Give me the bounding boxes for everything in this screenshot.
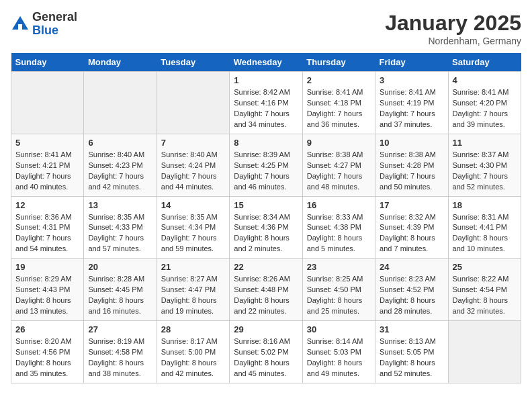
day-cell: 10Sunrise: 8:38 AMSunset: 4:28 PMDayligh… — [375, 134, 448, 196]
header-row: SundayMondayTuesdayWednesdayThursdayFrid… — [11, 53, 521, 72]
day-info: Sunrise: 8:26 AMSunset: 4:48 PMDaylight:… — [234, 274, 298, 317]
day-info: Sunrise: 8:41 AMSunset: 4:21 PMDaylight:… — [15, 150, 79, 193]
month-title: January 2025 — [385, 11, 521, 36]
day-number: 22 — [234, 262, 298, 272]
day-cell — [84, 72, 157, 134]
day-info: Sunrise: 8:33 AMSunset: 4:38 PMDaylight:… — [307, 212, 371, 255]
day-info: Sunrise: 8:40 AMSunset: 4:23 PMDaylight:… — [88, 150, 152, 193]
day-number: 27 — [88, 324, 152, 334]
day-info: Sunrise: 8:23 AMSunset: 4:52 PMDaylight:… — [380, 274, 443, 317]
day-cell — [448, 321, 521, 383]
day-number: 26 — [15, 324, 79, 334]
day-cell: 21Sunrise: 8:27 AMSunset: 4:47 PMDayligh… — [157, 259, 229, 321]
day-number: 9 — [307, 138, 371, 148]
logo-text: General Blue — [32, 11, 77, 38]
day-cell: 15Sunrise: 8:34 AMSunset: 4:36 PMDayligh… — [230, 196, 302, 259]
day-cell: 26Sunrise: 8:20 AMSunset: 4:56 PMDayligh… — [11, 321, 84, 383]
day-info: Sunrise: 8:13 AMSunset: 5:05 PMDaylight:… — [380, 336, 443, 379]
page-header: General Blue January 2025 Nordenham, Ger… — [11, 11, 521, 46]
day-info: Sunrise: 8:20 AMSunset: 4:56 PMDaylight:… — [15, 336, 79, 379]
day-info: Sunrise: 8:41 AMSunset: 4:19 PMDaylight:… — [380, 87, 443, 130]
day-number: 13 — [88, 200, 152, 210]
week-row-4: 19Sunrise: 8:29 AMSunset: 4:43 PMDayligh… — [11, 259, 521, 321]
header-cell-saturday: Saturday — [448, 53, 521, 72]
day-info: Sunrise: 8:14 AMSunset: 5:03 PMDaylight:… — [307, 336, 371, 379]
day-cell — [157, 72, 229, 134]
header-cell-sunday: Sunday — [11, 53, 84, 72]
day-cell: 3Sunrise: 8:41 AMSunset: 4:19 PMDaylight… — [375, 72, 448, 134]
day-info: Sunrise: 8:41 AMSunset: 4:18 PMDaylight:… — [307, 87, 371, 130]
day-cell: 14Sunrise: 8:35 AMSunset: 4:34 PMDayligh… — [157, 196, 229, 259]
day-cell: 16Sunrise: 8:33 AMSunset: 4:38 PMDayligh… — [302, 196, 375, 259]
day-number: 10 — [380, 138, 443, 148]
day-info: Sunrise: 8:40 AMSunset: 4:24 PMDaylight:… — [161, 150, 225, 193]
day-cell: 4Sunrise: 8:41 AMSunset: 4:20 PMDaylight… — [448, 72, 521, 134]
header-cell-monday: Monday — [84, 53, 157, 72]
day-cell: 18Sunrise: 8:31 AMSunset: 4:41 PMDayligh… — [448, 196, 521, 259]
day-number: 7 — [161, 138, 225, 148]
day-number: 24 — [380, 262, 443, 272]
day-cell: 22Sunrise: 8:26 AMSunset: 4:48 PMDayligh… — [230, 259, 302, 321]
week-row-3: 12Sunrise: 8:36 AMSunset: 4:31 PMDayligh… — [11, 196, 521, 259]
day-cell: 7Sunrise: 8:40 AMSunset: 4:24 PMDaylight… — [157, 134, 229, 196]
day-number: 30 — [307, 324, 371, 334]
calendar-body: 1Sunrise: 8:42 AMSunset: 4:16 PMDaylight… — [11, 72, 521, 383]
day-cell: 30Sunrise: 8:14 AMSunset: 5:03 PMDayligh… — [302, 321, 375, 383]
header-cell-thursday: Thursday — [302, 53, 375, 72]
day-cell: 19Sunrise: 8:29 AMSunset: 4:43 PMDayligh… — [11, 259, 84, 321]
day-cell: 9Sunrise: 8:38 AMSunset: 4:27 PMDaylight… — [302, 134, 375, 196]
day-number: 21 — [161, 262, 225, 272]
day-info: Sunrise: 8:27 AMSunset: 4:47 PMDaylight:… — [161, 274, 225, 317]
day-cell: 8Sunrise: 8:39 AMSunset: 4:25 PMDaylight… — [230, 134, 302, 196]
day-number: 1 — [234, 75, 298, 85]
day-info: Sunrise: 8:42 AMSunset: 4:16 PMDaylight:… — [234, 87, 298, 130]
week-row-1: 1Sunrise: 8:42 AMSunset: 4:16 PMDaylight… — [11, 72, 521, 134]
day-cell: 28Sunrise: 8:17 AMSunset: 5:00 PMDayligh… — [157, 321, 229, 383]
day-number: 14 — [161, 200, 225, 210]
header-cell-friday: Friday — [375, 53, 448, 72]
day-cell: 25Sunrise: 8:22 AMSunset: 4:54 PMDayligh… — [448, 259, 521, 321]
logo-icon — [11, 15, 30, 34]
day-number: 16 — [307, 200, 371, 210]
day-number: 15 — [234, 200, 298, 210]
day-cell: 13Sunrise: 8:35 AMSunset: 4:33 PMDayligh… — [84, 196, 157, 259]
day-number: 6 — [88, 138, 152, 148]
day-info: Sunrise: 8:41 AMSunset: 4:20 PMDaylight:… — [453, 87, 517, 130]
day-number: 3 — [380, 75, 443, 85]
day-info: Sunrise: 8:38 AMSunset: 4:27 PMDaylight:… — [307, 150, 371, 193]
header-cell-tuesday: Tuesday — [157, 53, 229, 72]
day-info: Sunrise: 8:22 AMSunset: 4:54 PMDaylight:… — [453, 274, 517, 317]
logo-general: General — [32, 11, 77, 24]
week-row-2: 5Sunrise: 8:41 AMSunset: 4:21 PMDaylight… — [11, 134, 521, 196]
day-number: 23 — [307, 262, 371, 272]
day-info: Sunrise: 8:36 AMSunset: 4:31 PMDaylight:… — [15, 212, 79, 255]
day-number: 11 — [453, 138, 517, 148]
svg-rect-1 — [18, 24, 22, 30]
day-cell — [11, 72, 84, 134]
day-cell: 5Sunrise: 8:41 AMSunset: 4:21 PMDaylight… — [11, 134, 84, 196]
day-number: 18 — [453, 200, 517, 210]
day-number: 12 — [15, 200, 79, 210]
day-number: 19 — [15, 262, 79, 272]
day-cell: 29Sunrise: 8:16 AMSunset: 5:02 PMDayligh… — [230, 321, 302, 383]
day-number: 28 — [161, 324, 225, 334]
day-info: Sunrise: 8:38 AMSunset: 4:28 PMDaylight:… — [380, 150, 443, 193]
day-cell: 11Sunrise: 8:37 AMSunset: 4:30 PMDayligh… — [448, 134, 521, 196]
day-info: Sunrise: 8:29 AMSunset: 4:43 PMDaylight:… — [15, 274, 79, 317]
day-cell: 20Sunrise: 8:28 AMSunset: 4:45 PMDayligh… — [84, 259, 157, 321]
day-info: Sunrise: 8:32 AMSunset: 4:39 PMDaylight:… — [380, 212, 443, 255]
day-cell: 23Sunrise: 8:25 AMSunset: 4:50 PMDayligh… — [302, 259, 375, 321]
day-cell: 6Sunrise: 8:40 AMSunset: 4:23 PMDaylight… — [84, 134, 157, 196]
day-number: 2 — [307, 75, 371, 85]
day-info: Sunrise: 8:31 AMSunset: 4:41 PMDaylight:… — [453, 212, 517, 255]
day-number: 8 — [234, 138, 298, 148]
calendar-header: SundayMondayTuesdayWednesdayThursdayFrid… — [11, 53, 521, 72]
logo-blue: Blue — [32, 24, 77, 38]
day-info: Sunrise: 8:34 AMSunset: 4:36 PMDaylight:… — [234, 212, 298, 255]
week-row-5: 26Sunrise: 8:20 AMSunset: 4:56 PMDayligh… — [11, 321, 521, 383]
header-cell-wednesday: Wednesday — [230, 53, 302, 72]
day-number: 31 — [380, 324, 443, 334]
day-cell: 24Sunrise: 8:23 AMSunset: 4:52 PMDayligh… — [375, 259, 448, 321]
day-number: 17 — [380, 200, 443, 210]
day-info: Sunrise: 8:28 AMSunset: 4:45 PMDaylight:… — [88, 274, 152, 317]
